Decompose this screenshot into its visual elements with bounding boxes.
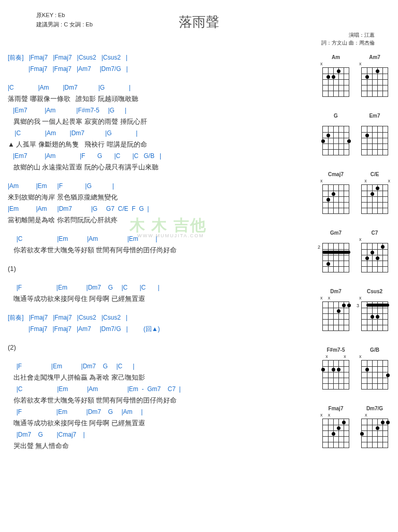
chord-line: |Em |Am |Dm7 |G G7 C/E F G | [8,203,297,214]
fretboard [361,243,388,272]
fretboard [361,67,388,97]
lyric-line: 出社會走闖塊甲人拼輸贏 為著啥 家己嘸知影 [8,372,297,383]
chord-open-marks: x [359,237,390,243]
lyric-line: 落雨聲 哪親像一條歌 誰知影 阮越頭嘸敢聽 [8,93,297,105]
chord-diagram-f#m7-5: F#m7-5xx [320,347,351,400]
chord-line: [前奏] |Fmaj7 |Fmaj7 |Csus2 |Csus2 | [8,312,297,323]
chord-open-marks: xx [320,354,351,360]
chord-name: Gm7 [320,230,351,236]
fretboard [361,419,388,448]
section-intro2: [前奏] |Fmaj7 |Fmaj7 |Csus2 |Csus2 | |Fmaj… [8,312,297,335]
chord-diagrams-column: AmxAm7xGEm7Cmaj7xC/ExxGm72C7xDm7xxCsus2x… [302,52,390,459]
chord-name: Am [320,54,351,60]
chord-open-marks: x [359,295,390,301]
chord-line: |Fmaj7 |Fmaj7 |Am7 |Dm7/G | [8,63,297,75]
fretboard [322,419,349,448]
chord-open-marks [320,237,351,243]
chord-name: Csus2 [359,289,390,294]
lyric-line: 哭出聲 無人惜命命 [8,440,297,452]
chord-line: |C |Am |Dm7 |G | [8,127,297,139]
chord-diagram-em7: Em7 [359,113,390,166]
section-ch1b: |C |Em |Am |Em | 你若欲友孝世大嘸免等好額 世間有阿母惜的囝仔尚… [8,233,297,256]
chord-name: Cmaj7 [320,171,351,177]
chord-line: |C |Am |Dm7 |G | [8,82,297,93]
composer: 詞：方文山 曲：周杰倫 [321,39,375,47]
chord-diagram-am7: Am7x [359,54,390,108]
fretboard [322,67,349,97]
chord-open-marks: x [359,412,390,419]
lyric-line: 嘸通等成功欲來接阿母住 阿母啊 已經無置遐 [8,418,297,429]
chord-open-marks: xx [320,412,351,419]
lyric-line: 你若欲友孝世大嘸免等好額 世間有阿母惜的囝仔尚好命 [8,245,297,256]
section-v1: |C |Am |Dm7 |G |落雨聲 哪親像一條歌 誰知影 阮越頭嘸敢聽 |E… [8,82,297,173]
chord-open-marks: xx [320,295,351,301]
fretboard [322,360,349,390]
chord-open-marks [320,120,351,126]
chord-open-marks [359,120,390,126]
credits: 演唱：江蕙 詞：方文山 曲：周杰倫 [321,31,375,47]
chord-diagram-c/e: C/Exx [359,171,390,225]
chord-diagram-g/b: G/Bx [359,347,390,400]
chord-name: C7 [359,230,390,236]
lyric-line: 當初離開是為啥 你若問阮阮心肝就疼 [8,214,297,226]
chord-name: Dm7 [320,289,351,294]
fretboard: 3 [361,301,388,331]
lyric-line: 來到故鄉的海岸 景色猶原攏總無變化 [8,192,297,203]
chord-line: |Em7 |Am |F G |C |C G/B | [8,150,297,162]
section-label2: (2) [8,342,297,353]
lyric-line: 異鄉的我 一個人起畏寒 寂寞的雨聲 捶阮心肝 [8,116,297,127]
chord-open-marks: x [359,354,390,360]
chord-name: G/B [359,347,390,353]
fretboard: 2 [322,243,349,272]
section-ch1: |Am |Em |F |G |來到故鄉的海岸 景色猶原攏總無變化|Em |Am … [8,180,297,226]
lyric-line: ▲ 人孤單 像斷翅的鳥隻 飛袂行 咁講是阮的命 [8,139,297,150]
chord-diagram-dm7/g: Dm7/Gx [359,406,390,459]
chord-diagram-cmaj7: Cmaj7x [320,171,351,225]
fretboard [322,184,349,214]
chord-line: [前奏] |Fmaj7 |Fmaj7 |Csus2 |Csus2 | [8,52,297,63]
chord-name: Fmaj7 [320,406,351,411]
chord-diagram-fmaj7: Fmaj7xx [320,406,351,459]
lyric-line: (2) [8,342,297,353]
lyrics-column: [前奏] |Fmaj7 |Fmaj7 |Csus2 |Csus2 | |Fmaj… [8,52,302,459]
page-title: 落雨聲 [8,13,390,31]
chord-line: |F |Em |Dm7 G |C |C | [8,282,297,293]
chord-diagram-am: Amx [320,54,351,108]
chord-open-marks: xx [359,178,390,184]
chord-name: Em7 [359,113,390,119]
chord-name: Am7 [359,54,390,60]
section-intro1: [前奏] |Fmaj7 |Fmaj7 |Csus2 |Csus2 | |Fmaj… [8,52,297,75]
section-v2: |F |Em |Dm7 G |C | 出社會走闖塊甲人拼輸贏 為著啥 家己嘸知影… [8,361,297,452]
chord-diagram-g: G [320,113,351,166]
fretboard [322,301,349,331]
fretboard [361,184,388,214]
chord-line: |F |Em |Dm7 G |C | [8,361,297,372]
lyric-line: 你若欲友孝世大嘸免等好額 世間有阿母惜的囝仔尚好命 [8,395,297,406]
chord-open-marks: x [359,61,390,67]
section-label1: (1) [8,263,297,275]
chord-diagram-c7: C7x [359,230,390,283]
chord-line: |Em7 |Am |F#m7-5 |G | [8,105,297,116]
chord-diagram-dm7: Dm7xx [320,289,351,342]
chord-open-marks: x [320,61,351,67]
chord-diagram-csus2: Csus2x3 [359,289,390,342]
chord-line: |Fmaj7 |Fmaj7 |Am7 |Dm7/G | (回▲) [8,323,297,335]
lyric-line: (1) [8,263,297,275]
chord-line: |C |Em |Am |Em - Gm7 C7 | [8,383,297,395]
fretboard [361,360,388,390]
chord-name: F#m7-5 [320,347,351,353]
fretboard [361,126,388,155]
chord-name: Dm7/G [359,406,390,411]
chord-line: |Dm7 G |Cmaj7 | [8,429,297,440]
lyric-line: 故鄉的山 永遠攏站置遐 阮的心晟只有講乎山來聽 [8,162,297,173]
singer: 演唱：江蕙 [321,31,375,39]
chord-line: |Am |Em |F |G | [8,180,297,192]
chord-line: |F |Em |Dm7 G |Am | [8,406,297,418]
chord-name: G [320,113,351,119]
section-ch1c: |F |Em |Dm7 G |C |C | 嘸通等成功欲來接阿母住 阿母啊 已經… [8,282,297,305]
chord-line: |C |Em |Am |Em | [8,233,297,245]
lyric-line: 嘸通等成功欲來接阿母住 阿母啊 已經無置遐 [8,293,297,305]
chord-name: C/E [359,171,390,177]
chord-open-marks: x [320,178,351,184]
fretboard [322,126,349,155]
